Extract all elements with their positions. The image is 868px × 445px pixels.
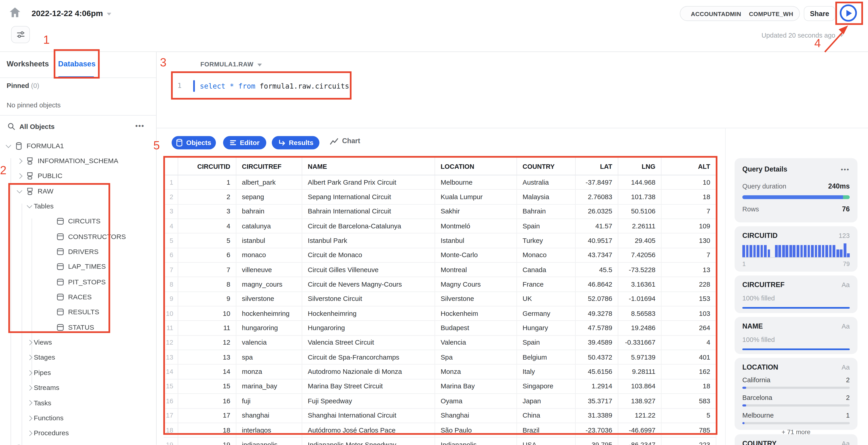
- tree-item-pipes[interactable]: Pipes: [0, 365, 157, 380]
- share-button[interactable]: Share: [804, 6, 835, 21]
- histogram-bar: [804, 245, 807, 257]
- circuitref-stats-card[interactable]: CIRCUITREF Aa 100% filled: [735, 276, 858, 313]
- tree-item-streams[interactable]: Streams: [0, 380, 157, 396]
- table-cell: Montreal: [435, 263, 517, 277]
- table-row[interactable]: 55istanbulIstanbul ParkIstanbulTurkey40.…: [164, 234, 716, 248]
- tree-item-snowflake[interactable]: SNOWFLAKE: [0, 441, 157, 445]
- tree-item-functions[interactable]: Functions: [0, 411, 157, 426]
- table-cell: 13: [178, 350, 236, 364]
- tree-item-tasks[interactable]: Tasks: [0, 396, 157, 411]
- top-value-row[interactable]: California2: [742, 376, 850, 389]
- chevron-right-icon[interactable]: [27, 431, 32, 436]
- column-header-alt[interactable]: ALT: [661, 158, 716, 175]
- table-row[interactable]: 77villeneuveCircuit Gilles VilleneuveMon…: [164, 263, 716, 277]
- row-number: 14: [164, 365, 178, 379]
- table-row[interactable]: 88magny_coursCircuit de Nevers Magny-Cou…: [164, 277, 716, 292]
- table-body: 11albert_parkAlbert Park Grand Prix Circ…: [164, 175, 716, 445]
- top-value-row[interactable]: Melbourne1: [742, 411, 850, 424]
- tree-item-status[interactable]: STATUS: [0, 320, 157, 335]
- chevron-right-icon[interactable]: [27, 415, 32, 420]
- tree-item-circuits[interactable]: CIRCUITS: [0, 214, 157, 229]
- tab-chart[interactable]: Chart: [330, 137, 360, 145]
- table-icon: [56, 262, 65, 271]
- column-header-circuitid[interactable]: CIRCUITID: [178, 158, 236, 175]
- table-row[interactable]: 1818interlagosAutódromo José Carlos Pace…: [164, 423, 716, 438]
- tree-item-procedures[interactable]: Procedures: [0, 426, 157, 441]
- table-row[interactable]: 1919indianapolisIndianapolis Motor Speed…: [164, 438, 716, 445]
- tab-worksheets[interactable]: Worksheets: [7, 60, 49, 68]
- column-header-lng[interactable]: LNG: [618, 158, 661, 175]
- home-icon[interactable]: [9, 7, 21, 19]
- run-query-button[interactable]: [840, 4, 857, 22]
- more-menu-icon[interactable]: •••: [841, 166, 849, 172]
- table-row[interactable]: 33bahrainBahrain International CircuitSa…: [164, 205, 716, 219]
- tab-objects[interactable]: Objects: [172, 136, 216, 149]
- tree-item-lap_times[interactable]: LAP_TIMES: [0, 259, 157, 274]
- sql-line-code[interactable]: select * from formula1.raw.circuits: [200, 82, 349, 90]
- chevron-right-icon[interactable]: [27, 355, 32, 360]
- tab-results[interactable]: Results: [272, 136, 319, 149]
- tree-item-formula1[interactable]: FORMULA1: [0, 138, 157, 153]
- chevron-right-icon[interactable]: [27, 400, 32, 405]
- tree-item-raw[interactable]: RAW: [0, 184, 157, 199]
- tab-databases[interactable]: Databases: [58, 60, 95, 68]
- chart-line-icon: [330, 138, 338, 145]
- search-icon: [7, 122, 16, 131]
- filters-button[interactable]: [11, 26, 30, 43]
- country-stats-card[interactable]: COUNTRY Aa: [735, 434, 858, 445]
- table-row[interactable]: 1010hockenheimringHockenheimringHockenhe…: [164, 307, 716, 321]
- more-menu-icon[interactable]: •••: [135, 122, 145, 130]
- tree-item-label: Tasks: [34, 399, 51, 407]
- tree-item-tables[interactable]: Tables: [0, 199, 157, 214]
- name-stats-card[interactable]: NAME Aa 100% filled: [735, 317, 858, 354]
- role-warehouse-selector[interactable]: ACCOUNTADMIN COMPUTE_WH: [680, 6, 800, 21]
- chevron-down-icon[interactable]: [6, 142, 11, 147]
- table-row[interactable]: 99silverstoneSilverstone CircuitSilverst…: [164, 292, 716, 306]
- tree-item-information_schema[interactable]: INFORMATION_SCHEMA: [0, 153, 157, 169]
- tree-item-constructors[interactable]: CONSTRUCTORS: [0, 229, 157, 244]
- tree-item-drivers[interactable]: DRIVERS: [0, 244, 157, 260]
- tree-item-views[interactable]: Views: [0, 335, 157, 350]
- table-row[interactable]: 1212valenciaValencia Street CircuitValen…: [164, 336, 716, 350]
- table-row[interactable]: 1313spaCircuit de Spa-FrancorchampsSpaBe…: [164, 350, 716, 365]
- tree-item-label: RACES: [68, 293, 92, 301]
- tree-item-pit_stops[interactable]: PIT_STOPS: [0, 274, 157, 289]
- table-cell: 15: [178, 379, 236, 393]
- table-row[interactable]: 1616fujiFuji SpeedwayOyamaJapan35.371713…: [164, 394, 716, 409]
- database-icon: [14, 141, 23, 150]
- editor-context-selector[interactable]: FORMULA1.RAW: [200, 61, 262, 68]
- top-value-row[interactable]: Barcelona2: [742, 394, 850, 407]
- tab-editor[interactable]: Editor: [223, 136, 266, 149]
- column-header-lat[interactable]: LAT: [576, 158, 618, 175]
- table-row[interactable]: 66monacoCircuit de MonacoMonte-CarloMona…: [164, 248, 716, 263]
- table-row[interactable]: 11albert_parkAlbert Park Grand Prix Circ…: [164, 175, 716, 190]
- tree-item-stages[interactable]: Stages: [0, 350, 157, 365]
- chevron-right-icon[interactable]: [27, 370, 32, 375]
- all-objects-row[interactable]: All Objects •••: [0, 119, 157, 136]
- column-header-circuitref[interactable]: CIRCUITREF: [236, 158, 302, 175]
- table-row[interactable]: 1717shanghaiShanghai International Circu…: [164, 409, 716, 423]
- location-stats-card[interactable]: LOCATION Aa California2Barcelona2Melbour…: [735, 358, 858, 430]
- column-header-country[interactable]: COUNTRY: [517, 158, 576, 175]
- table-row[interactable]: 1111hungaroringHungaroringBudapestHungar…: [164, 321, 716, 336]
- table-row[interactable]: 1515marina_bayMarina Bay Street CircuitM…: [164, 379, 716, 394]
- table-row[interactable]: 1414monzaAutodromo Nazionale di MonzaMon…: [164, 365, 716, 379]
- column-header-location[interactable]: LOCATION: [435, 158, 517, 175]
- chevron-right-icon[interactable]: [17, 174, 22, 178]
- tree-item-label: Stages: [34, 354, 55, 362]
- updated-status[interactable]: Updated 20 seconds ago: [762, 32, 843, 39]
- table-row[interactable]: 44catalunyaCircuit de Barcelona-Cataluny…: [164, 219, 716, 234]
- chevron-down-icon[interactable]: [17, 188, 22, 193]
- table-cell: -73.5228: [618, 263, 661, 277]
- circuitid-stats-card[interactable]: CIRCUITID 123 1 79: [735, 226, 858, 271]
- chevron-down-icon[interactable]: [27, 203, 32, 208]
- table-row[interactable]: 22sepangSepang International CircuitKual…: [164, 190, 716, 204]
- chevron-right-icon[interactable]: [27, 385, 32, 390]
- column-header-name[interactable]: NAME: [302, 158, 435, 175]
- tree-item-races[interactable]: RACES: [0, 289, 157, 305]
- worksheet-title[interactable]: 2022-12-22 4:06pm: [32, 9, 111, 18]
- chevron-right-icon[interactable]: [17, 159, 22, 163]
- tree-item-results[interactable]: RESULTS: [0, 305, 157, 320]
- chevron-right-icon[interactable]: [27, 340, 32, 345]
- tree-item-public[interactable]: PUBLIC: [0, 169, 157, 184]
